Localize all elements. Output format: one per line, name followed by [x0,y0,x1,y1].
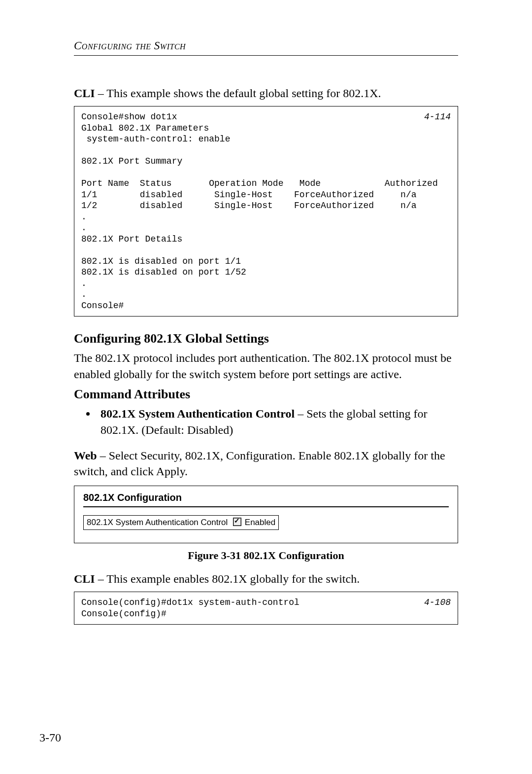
page-number: 3-70 [39,731,61,744]
section-para: The 802.1X protocol includes port authen… [74,350,458,382]
figure-panel-title: 802.1X Configuration [83,492,449,503]
running-head-text: Configuring the Switch [74,39,186,52]
header-rule [74,55,458,56]
attr-lead: 802.1X System Authentication Control [100,407,295,420]
enabled-label: Enabled [245,518,275,527]
attr-item: 802.1X System Authentication Control – S… [97,406,458,438]
cli-rest: – This example shows the default global … [95,87,381,100]
cli-ref-2: 4-108 [424,597,451,608]
cli-intro-1: CLI – This example shows the default glo… [74,85,458,101]
web-lead: Web [74,449,97,462]
cli-lead-2: CLI [74,572,95,585]
figure-rule [83,506,449,507]
cli-intro-2: CLI – This example enables 802.1X global… [74,571,458,587]
figure-box: 802.1X Configuration 802.1X System Authe… [74,486,458,543]
section-heading-global: Configuring 802.1X Global Settings [74,331,458,346]
enabled-checkbox[interactable] [233,518,241,526]
web-intro: Web – Select Security, 802.1X, Configura… [74,448,458,480]
cli-rest-2: – This example enables 802.1X globally f… [95,572,360,585]
auth-control-row: 802.1X System Authentication Control Ena… [83,515,279,530]
section-heading-attrs: Command Attributes [74,387,458,402]
attr-list: 802.1X System Authentication Control – S… [74,406,458,438]
cli-lead: CLI [74,87,95,100]
web-rest: – Select Security, 802.1X, Configuration… [74,449,445,478]
auth-control-label: 802.1X System Authentication Control [87,518,228,527]
cli-text-1: Console#show dot1x Global 802.1X Paramet… [81,112,438,311]
cli-ref-1: 4-114 [424,111,451,123]
cli-output-2: 4-108Console(config)#dot1x system-auth-c… [74,592,458,625]
cli-text-2: Console(config)#dot1x system-auth-contro… [81,598,299,619]
running-head: Configuring the Switch [74,39,458,52]
figure-caption: Figure 3-31 802.1X Configuration [74,549,458,562]
cli-output-1: 4-114Console#show dot1x Global 802.1X Pa… [74,106,458,317]
page: Configuring the Switch CLI – This exampl… [0,0,532,774]
